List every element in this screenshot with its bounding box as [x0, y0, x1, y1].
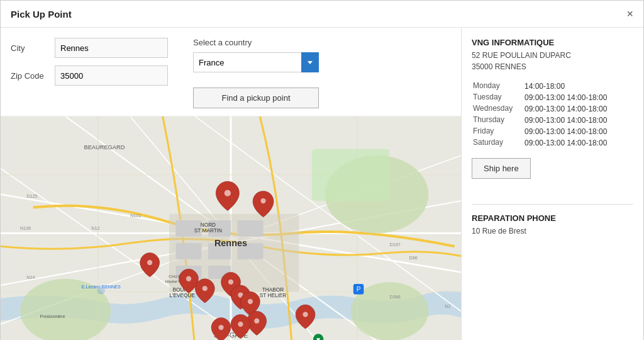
- close-button[interactable]: ×: [626, 8, 633, 20]
- svg-rect-17: [312, 149, 390, 201]
- pickup-address-2: 10 Rue de Brest: [472, 225, 633, 237]
- map-container: Rennes BEAUREGARD NORD ST MARTIN BOURG L…: [1, 116, 461, 340]
- form-area: City Zip Code Select a country France Ge…: [1, 28, 461, 116]
- svg-point-74: [218, 325, 223, 330]
- svg-text:P: P: [357, 286, 361, 293]
- svg-point-67: [228, 280, 233, 285]
- svg-text:Rennes: Rennes: [214, 238, 247, 248]
- svg-text:Freslonnière: Freslonnière: [40, 314, 65, 319]
- form-left: City Zip Code: [11, 38, 168, 86]
- svg-text:D197: D197: [390, 242, 401, 247]
- hours-row-thursday: Thursday 09:00-13:00 14:00-18:00: [473, 115, 632, 125]
- svg-text:L'EVEQUE: L'EVEQUE: [169, 293, 195, 298]
- zipcode-input[interactable]: [55, 65, 168, 86]
- svg-text:N24: N24: [26, 275, 35, 280]
- hours-table-1: Monday 14:00-18:00 Tuesday 09:00-13:00 1…: [472, 80, 633, 149]
- ship-here-button[interactable]: Ship here: [472, 158, 531, 179]
- hours-row-monday: Monday 14:00-18:00: [473, 81, 632, 91]
- svg-text:▼: ▼: [315, 336, 321, 340]
- form-right: Select a country France Germany Spain It…: [193, 38, 319, 108]
- right-panel: VNG INFORMATIQUE 52 RUE POULLAIN DUPARC …: [461, 28, 643, 340]
- svg-text:D96: D96: [409, 255, 418, 261]
- pickup-name-1: VNG INFORMATIQUE: [472, 38, 633, 47]
- map-svg: Rennes BEAUREGARD NORD ST MARTIN BOURG L…: [1, 116, 461, 340]
- city-row: City: [11, 38, 168, 58]
- svg-text:ST MARTIN: ST MARTIN: [194, 228, 222, 234]
- left-panel: City Zip Code Select a country France Ge…: [1, 28, 461, 340]
- country-select-wrapper: France Germany Spain Italy: [193, 52, 319, 72]
- svg-text:D386: D386: [390, 294, 401, 300]
- svg-text:D125: D125: [26, 193, 37, 199]
- city-input[interactable]: [55, 38, 168, 58]
- hours-row-wednesday: Wednesday 09:00-13:00 14:00-18:00: [473, 104, 632, 114]
- country-label: Select a country: [193, 38, 319, 47]
- svg-point-50: [97, 286, 105, 294]
- modal-title: Pick Up Point: [11, 9, 72, 20]
- map-area: Rennes BEAUREGARD NORD ST MARTIN BOURG L…: [1, 116, 461, 340]
- svg-rect-21: [237, 220, 263, 237]
- svg-text:BEAUREGARD: BEAUREGARD: [84, 144, 125, 150]
- modal-container: Pick Up Point × City Zip Code: [0, 0, 644, 340]
- hours-row-friday: Friday 09:00-13:00 14:00-18:00: [473, 127, 632, 137]
- svg-point-64: [147, 260, 152, 265]
- svg-text:N101: N101: [130, 213, 141, 218]
- pickup-card-2: REPARATION PHONE 10 Rue de Brest: [472, 213, 633, 237]
- svg-text:N136: N136: [20, 225, 31, 231]
- pickup-card-1: VNG INFORMATIQUE 52 RUE POULLAIN DUPARC …: [472, 38, 633, 191]
- svg-point-66: [203, 286, 208, 291]
- zipcode-row: Zip Code: [11, 65, 168, 86]
- svg-point-65: [186, 276, 191, 281]
- svg-point-70: [254, 319, 259, 324]
- pickup-name-2: REPARATION PHONE: [472, 213, 633, 223]
- zipcode-label: Zip Code: [11, 71, 48, 81]
- hours-row-tuesday: Tuesday 09:00-13:00 14:00-18:00: [473, 93, 632, 103]
- svg-point-71: [238, 322, 243, 327]
- pickup-address-1: 52 RUE POULLAIN DUPARC 35000 RENNES: [472, 50, 633, 72]
- modal-header: Pick Up Point ×: [1, 1, 643, 28]
- svg-point-73: [303, 312, 308, 317]
- find-pickup-button[interactable]: Find a pickup point: [193, 88, 319, 108]
- pickup-divider: [472, 204, 633, 205]
- country-select[interactable]: France Germany Spain Italy: [193, 52, 319, 72]
- city-label: City: [11, 43, 48, 53]
- svg-point-63: [260, 198, 265, 203]
- svg-rect-22: [175, 243, 201, 259]
- svg-text:N2: N2: [445, 303, 450, 309]
- svg-text:ST HELIER: ST HELIER: [260, 293, 286, 298]
- svg-point-62: [225, 190, 231, 196]
- svg-text:N12: N12: [91, 225, 99, 231]
- svg-point-69: [248, 299, 253, 304]
- hours-row-saturday: Saturday 09:00-13:00 14:00-18:00: [473, 138, 632, 148]
- modal-body: City Zip Code Select a country France Ge…: [1, 28, 643, 340]
